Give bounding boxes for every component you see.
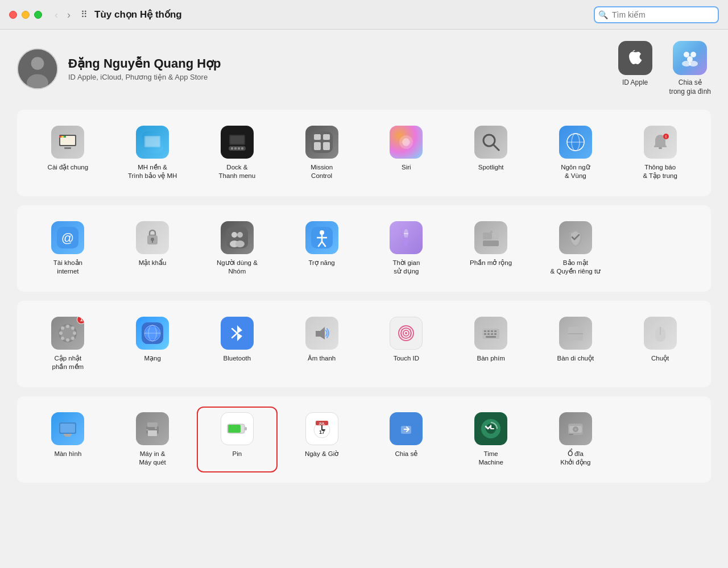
svg-rect-122 (569, 434, 573, 435)
printer-label: Máy in &Máy quét (139, 450, 166, 467)
settings-item-timemachine[interactable]: TimeMachine (452, 408, 531, 471)
back-button[interactable]: ‹ (51, 9, 61, 21)
zoom-button[interactable] (34, 11, 42, 19)
svg-rect-106 (245, 427, 247, 430)
svg-rect-88 (484, 333, 486, 335)
profile-subtitle: ID Apple, iCloud, Phương tiện & App Stor… (68, 73, 221, 81)
spotlight-label: Spotlight (478, 163, 504, 172)
svg-point-68 (59, 331, 63, 335)
svg-text:!: ! (665, 135, 666, 139)
settings-item-users[interactable]: Người dùng &Nhóm (198, 217, 277, 280)
svg-point-72 (66, 338, 69, 342)
svg-line-32 (493, 144, 499, 150)
settings-item-general[interactable]: Cài đặt chung (28, 121, 107, 185)
network-label: Mạng (144, 354, 160, 363)
accessibility-icon (305, 221, 338, 254)
minimize-button[interactable] (22, 11, 30, 19)
svg-rect-12 (64, 136, 66, 138)
svg-rect-91 (494, 333, 497, 335)
search-input[interactable] (594, 6, 719, 23)
profile-right: ID Apple Chia sẻtrong gia đình (618, 41, 711, 96)
settings-item-network[interactable]: Mạng (113, 312, 192, 376)
svg-rect-21 (231, 147, 233, 150)
svg-rect-27 (323, 134, 330, 140)
language-icon (559, 126, 592, 159)
settings-item-security[interactable]: Bảo mật& Quyền riêng tư (536, 217, 615, 280)
search-container: 🔍 (594, 6, 719, 23)
settings-item-notifications[interactable]: ! Thông báo& Tập trung (621, 121, 700, 185)
settings-item-startup[interactable]: Ổ đĩaKhởi động (536, 408, 615, 471)
settings-item-internet[interactable]: @ Tài khoảninternet (28, 217, 107, 280)
settings-item-battery[interactable]: Pin (198, 408, 277, 471)
svg-text:@: @ (61, 231, 74, 245)
internet-icon: @ (51, 221, 84, 254)
settings-item-bluetooth[interactable]: Bluetooth (198, 312, 277, 376)
svg-rect-38 (659, 147, 662, 149)
settings-item-siri[interactable]: Siri (367, 121, 446, 185)
mouse-label: Chuột (651, 354, 669, 363)
svg-rect-92 (486, 336, 496, 338)
settings-item-software[interactable]: 1 Cập nhậtphần mềm (28, 312, 107, 376)
display-icon (51, 412, 84, 445)
svg-rect-97 (60, 424, 75, 433)
siri-label: Siri (402, 163, 411, 172)
extensions-icon (474, 221, 507, 254)
settings-item-accessibility[interactable]: Trợ năng (282, 217, 361, 280)
settings-item-screentime[interactable]: Thời giansử dụng (367, 217, 446, 280)
settings-item-wallpaper[interactable]: MH nền &Trình bảo vệ MH (113, 121, 192, 185)
screentime-label: Thời giansử dụng (392, 259, 420, 276)
search-wrapper: 🔍 (594, 6, 719, 23)
traffic-lights (9, 11, 42, 19)
settings-item-sharing[interactable]: Chia sẻ (367, 408, 446, 471)
close-button[interactable] (9, 11, 17, 19)
family-sharing-button[interactable]: Chia sẻtrong gia đình (669, 41, 711, 96)
settings-item-dock[interactable]: Dock &Thanh menu (198, 121, 277, 185)
settings-item-sound[interactable]: Âm thanh (282, 312, 361, 376)
svg-point-47 (231, 232, 237, 238)
svg-rect-11 (61, 136, 64, 138)
forward-button[interactable]: › (64, 9, 74, 21)
apple-id-label: ID Apple (622, 78, 648, 88)
settings-item-datetime[interactable]: JUL 17 Ngày & Giờ (282, 408, 361, 471)
settings-grid-3: 1 Cập nhậtphần mềm Mạng (28, 312, 700, 376)
svg-rect-19 (230, 136, 244, 144)
settings-grid-4: Màn hình Máy in &Máy quét (28, 408, 700, 471)
trackpad-label: Bàn di chuột (557, 354, 594, 363)
settings-item-touchid[interactable]: Touch ID (367, 312, 446, 376)
bluetooth-label: Bluetooth (224, 354, 251, 363)
software-icon: 1 (51, 317, 84, 350)
settings-grid-2: @ Tài khoảninternet Mật khẩu (28, 217, 700, 280)
settings-item-mission[interactable]: MissionControl (282, 121, 361, 185)
settings-item-language[interactable]: Ngôn ngữ& Vùng (536, 121, 615, 185)
svg-rect-10 (59, 136, 61, 138)
touchid-icon (390, 317, 423, 350)
startup-icon (559, 412, 592, 445)
svg-rect-24 (241, 147, 243, 150)
svg-rect-13 (64, 147, 71, 149)
window-title: Tùy chọn Hệ thống (94, 9, 182, 20)
profile-section: Đặng Nguyễn Quang Hợp ID Apple, iCloud, … (17, 41, 711, 96)
settings-item-extensions[interactable]: Phần mở rộng (452, 217, 531, 280)
svg-point-58 (404, 237, 408, 246)
settings-item-printer[interactable]: Máy in &Máy quét (113, 408, 192, 471)
settings-item-trackpad[interactable]: Bàn di chuột (536, 312, 615, 376)
language-label: Ngôn ngữ& Vùng (561, 163, 590, 180)
settings-item-display[interactable]: Màn hình (28, 408, 107, 471)
settings-item-mouse[interactable]: Chuột (621, 312, 700, 376)
timemachine-icon (474, 412, 507, 445)
security-icon (559, 221, 592, 254)
settings-item-spotlight[interactable]: Spotlight (452, 121, 531, 185)
profile-name: Đặng Nguyễn Quang Hợp (68, 56, 221, 71)
svg-point-7 (689, 61, 698, 67)
profile-info: Đặng Nguyễn Quang Hợp ID Apple, iCloud, … (68, 56, 221, 81)
wallpaper-label: MH nền &Trình bảo vệ MH (128, 163, 177, 180)
settings-item-password[interactable]: Mật khẩu (113, 217, 192, 280)
svg-point-69 (73, 331, 76, 335)
settings-item-keyboard[interactable]: Bàn phím (452, 312, 531, 376)
extensions-label: Phần mở rộng (470, 259, 512, 267)
avatar[interactable] (17, 48, 58, 89)
apple-id-button[interactable]: ID Apple (618, 41, 652, 96)
grid-icon[interactable]: ⠿ (81, 9, 88, 20)
siri-icon (390, 126, 423, 159)
accessibility-label: Trợ năng (309, 259, 335, 267)
